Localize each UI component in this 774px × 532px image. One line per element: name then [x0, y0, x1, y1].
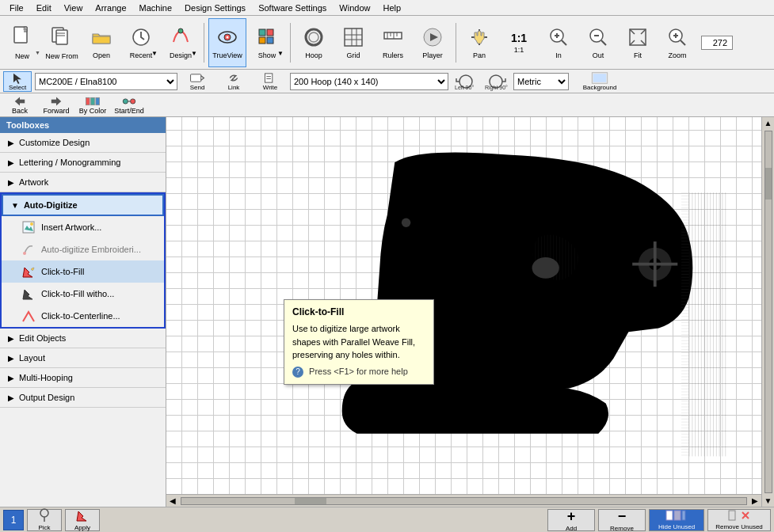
apply-button[interactable]: Apply	[65, 509, 100, 531]
write-button[interactable]: Write	[254, 71, 287, 92]
svg-point-17	[309, 32, 318, 42]
remove-button[interactable]: − Remove	[598, 509, 646, 531]
chevron-right-icon-7: ▶	[8, 393, 14, 402]
new-dropdown-arrow: ▼	[35, 50, 40, 55]
zoom-in-button[interactable]: In	[540, 18, 578, 67]
svg-rect-18	[345, 28, 362, 46]
forward-button[interactable]: Forward	[40, 95, 73, 116]
sidebar-item-click-to-fill-without[interactable]: Click-to-Fill witho...	[2, 283, 164, 305]
section-lettering: ▶ Lettering / Monogramming	[0, 153, 166, 173]
by-color-button[interactable]: By Color	[76, 95, 109, 116]
section-multi-hooping: ▶ Multi-Hooping	[0, 368, 166, 388]
click-to-centerline-label: Click-to-Centerline...	[41, 311, 120, 321]
hscroll-left-arrow[interactable]: ◀	[166, 496, 179, 505]
pan-button[interactable]: Pan	[460, 18, 498, 67]
hoop-button[interactable]: Hoop	[295, 18, 333, 67]
back-label: Back	[12, 107, 28, 115]
horizontal-scrollbar[interactable]: ◀ ▶	[166, 494, 761, 507]
sidebar-item-auto-digitize-embr[interactable]: Auto-digitize Embroideri...	[2, 238, 164, 260]
section-multi-hooping-header[interactable]: ▶ Multi-Hooping	[0, 368, 166, 387]
section-output-design-header[interactable]: ▶ Output Design	[0, 388, 166, 407]
by-color-icon	[83, 96, 102, 107]
section-layout-header[interactable]: ▶ Layout	[0, 348, 166, 367]
vscroll-track[interactable]	[764, 131, 772, 493]
pick-label: Pick	[38, 524, 50, 531]
hscroll-track[interactable]	[181, 497, 747, 505]
zoom-custom-button[interactable]: Zoom	[658, 18, 696, 67]
menu-software-settings[interactable]: Software Settings	[252, 2, 333, 14]
toolbar-sep-1	[204, 23, 204, 63]
svg-rect-14	[259, 37, 265, 44]
fit-button[interactable]: Fit	[619, 18, 657, 67]
metric-select[interactable]: Metric	[513, 73, 569, 90]
zoom-out-button[interactable]: Out	[579, 18, 617, 67]
send-button[interactable]: Send	[181, 71, 214, 92]
player-button[interactable]: Player	[414, 18, 452, 67]
section-lettering-header[interactable]: ▶ Lettering / Monogramming	[0, 153, 166, 172]
by-color-label: By Color	[79, 107, 107, 115]
menu-machine[interactable]: Machine	[133, 2, 179, 14]
hscroll-thumb[interactable]	[295, 498, 326, 504]
start-end-button[interactable]: Start/End	[112, 95, 146, 116]
main-toolbar: New ▼ New From Open Recent ▼ Design ▼	[0, 16, 774, 70]
rotate-left-icon: Left 90°	[452, 72, 480, 91]
svg-marker-46	[13, 73, 21, 83]
zoom-out-label: Out	[593, 51, 604, 59]
trueview-icon	[216, 26, 238, 50]
vertical-scrollbar[interactable]: ▲ ▼	[761, 117, 774, 507]
svg-rect-47	[191, 74, 201, 81]
grid-button[interactable]: Grid	[334, 18, 372, 67]
menu-arrange[interactable]: Arrange	[89, 2, 132, 14]
zoom-1to1-button[interactable]: 1:1 1:1	[500, 18, 538, 67]
canvas-area[interactable]: ◀ ▶ ▲ ▼ Click-to-Fill Use to digitize la…	[166, 117, 774, 507]
rulers-button[interactable]: Rulers	[374, 18, 412, 67]
menu-window[interactable]: Window	[333, 2, 376, 14]
new-from-button[interactable]: New From	[43, 18, 81, 67]
zoom-1to1-label: 1:1	[514, 46, 524, 54]
show-button[interactable]: Show ▼	[248, 18, 286, 67]
open-button[interactable]: Open	[82, 18, 120, 67]
design-button[interactable]: Design ▼	[162, 18, 200, 67]
toolboxes-header: Toolboxes	[0, 117, 166, 133]
machine-select[interactable]: MC200E / Elna8100	[35, 73, 177, 90]
background-button[interactable]: Background	[572, 71, 627, 92]
status-icon-button[interactable]: 1	[3, 510, 24, 530]
menu-view[interactable]: View	[58, 2, 90, 14]
section-edit-objects-header[interactable]: ▶ Edit Objects	[0, 329, 166, 348]
section-lettering-label: Lettering / Monogramming	[19, 158, 120, 167]
section-customize-design-header[interactable]: ▶ Customize Design	[0, 133, 166, 152]
sidebar-item-click-to-centerline[interactable]: Click-to-Centerline...	[2, 305, 164, 327]
link-button[interactable]: Link	[217, 71, 250, 92]
vscroll-up-arrow[interactable]: ▲	[764, 117, 772, 129]
pan-label: Pan	[473, 51, 486, 59]
add-button[interactable]: + Add	[547, 509, 595, 531]
add-icon: +	[567, 508, 576, 525]
sidebar-item-insert-artwork[interactable]: Insert Artwork...	[2, 216, 164, 238]
vscroll-down-arrow[interactable]: ▼	[764, 495, 772, 507]
remove-unused-button[interactable]: Remove Unused	[707, 509, 771, 531]
hide-unused-button[interactable]: Hide Unused	[649, 509, 704, 531]
menu-file[interactable]: File	[3, 2, 30, 14]
pick-button[interactable]: Pick	[27, 509, 62, 531]
hide-unused-label: Hide Unused	[658, 523, 695, 530]
menu-help[interactable]: Help	[376, 2, 407, 14]
vscroll-thumb[interactable]	[765, 168, 772, 200]
select-button[interactable]: Select	[3, 71, 32, 92]
main-content: Toolboxes ▶ Customize Design ▶ Lettering…	[0, 117, 774, 507]
hoop-select[interactable]: 200 Hoop (140 x 140)	[290, 73, 448, 90]
svg-rect-3	[56, 30, 67, 44]
menu-edit[interactable]: Edit	[30, 2, 58, 14]
recent-button[interactable]: Recent ▼	[122, 18, 160, 67]
auto-digitize-embr-label: Auto-digitize Embroideri...	[41, 245, 141, 254]
svg-rect-86	[681, 192, 689, 456]
menu-design-settings[interactable]: Design Settings	[178, 2, 252, 14]
section-artwork-header[interactable]: ▶ Artwork	[0, 173, 166, 192]
section-auto-digitize-header[interactable]: ▼ Auto-Digitize ⬅	[2, 194, 164, 216]
new-button[interactable]: New ▼	[3, 18, 41, 67]
sidebar-item-click-to-fill[interactable]: Click-to-Fill ⬅	[2, 260, 164, 283]
section-customize-design-label: Customize Design	[19, 138, 90, 147]
hscroll-right-arrow[interactable]: ▶	[749, 496, 761, 505]
trueview-button[interactable]: TrueView	[208, 18, 246, 67]
open-label: Open	[93, 51, 110, 59]
back-button[interactable]: Back	[3, 95, 36, 116]
